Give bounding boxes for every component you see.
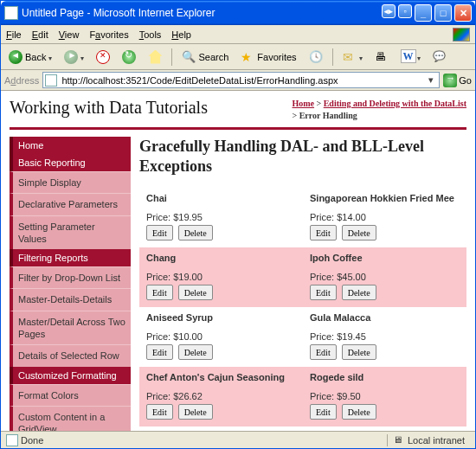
breadcrumb-current: Error Handling (299, 111, 357, 120)
delete-button[interactable]: Delete (178, 344, 213, 360)
window-buttons: ◂▸ ▫ _ □ ✕ (382, 4, 472, 22)
title-bar: Untitled Page - Microsoft Internet Explo… (1, 1, 475, 25)
star-icon (241, 50, 254, 64)
search-button[interactable]: Search (177, 48, 233, 67)
edit-button[interactable] (396, 48, 425, 67)
delete-button[interactable]: Delete (178, 404, 213, 420)
delete-button[interactable]: Delete (342, 344, 376, 360)
favorites-button[interactable]: Favorites (236, 48, 300, 67)
edit-button[interactable]: Edit (146, 225, 173, 241)
sidebar-item[interactable]: Setting Parameter Values (10, 215, 131, 250)
menu-help[interactable]: Help (171, 29, 191, 40)
history-button[interactable] (305, 48, 327, 67)
sidebar-item[interactable]: Master-Details-Details (10, 288, 131, 310)
edit-button[interactable]: Edit (310, 404, 337, 420)
minimize-button[interactable]: _ (415, 4, 432, 22)
window-title: Untitled Page - Microsoft Internet Explo… (22, 7, 382, 19)
ie-page-icon (4, 6, 18, 20)
discuss-button[interactable] (428, 48, 451, 67)
aux-button-2[interactable]: ▫ (398, 4, 412, 18)
edit-button[interactable]: Edit (146, 344, 173, 360)
menu-edit[interactable]: Edit (32, 29, 48, 40)
sidebar-header[interactable]: Basic Reporting (10, 154, 131, 171)
breadcrumb-home[interactable]: Home (293, 99, 315, 108)
print-icon (375, 50, 389, 64)
edit-button[interactable]: Edit (310, 225, 337, 241)
sidebar-item[interactable]: Filter by Drop-Down List (10, 266, 131, 288)
menu-bar: File Edit View Favorites Tools Help (1, 25, 475, 44)
product-price: Price: $26.62 (146, 391, 296, 401)
aux-button-1[interactable]: ◂▸ (382, 4, 396, 18)
product-cell: Rogede sildPrice: $9.50EditDelete (303, 367, 466, 427)
edit-button[interactable]: Edit (310, 285, 337, 300)
menu-view[interactable]: View (59, 29, 80, 40)
delete-button[interactable]: Delete (178, 285, 213, 300)
mail-button[interactable] (338, 48, 367, 67)
edit-button[interactable]: Edit (310, 344, 337, 360)
page-icon (45, 74, 57, 87)
sidebar-item[interactable]: Simple Display (10, 171, 131, 193)
product-price: Price: $19.00 (146, 272, 296, 282)
sidebar-item[interactable]: Declarative Parameters (10, 193, 131, 215)
menu-file[interactable]: File (6, 29, 22, 40)
done-icon (6, 434, 18, 446)
print-button[interactable] (370, 48, 393, 67)
zone-icon (393, 434, 405, 446)
product-price: Price: $9.50 (310, 391, 460, 401)
mail-icon (343, 50, 357, 64)
address-input[interactable] (60, 74, 425, 87)
product-name: Chang (146, 253, 296, 263)
address-field[interactable]: ▾ (42, 72, 440, 88)
sidebar-header[interactable]: Home (10, 137, 131, 154)
product-cell: Gula MalaccaPrice: $19.45EditDelete (303, 307, 466, 367)
header-divider (10, 127, 466, 130)
search-icon (182, 50, 196, 64)
delete-button[interactable]: Delete (342, 285, 376, 300)
go-button[interactable]: Go (443, 74, 472, 87)
product-price: Price: $14.00 (310, 212, 460, 222)
address-dropdown[interactable]: ▾ (425, 74, 437, 86)
product-price: Price: $19.95 (146, 212, 296, 222)
breadcrumb: Home > Editing and Deleting with the Dat… (293, 98, 466, 122)
status-left: Done (21, 435, 43, 446)
forward-button[interactable] (60, 48, 88, 67)
delete-button[interactable]: Delete (342, 404, 376, 420)
ie-logo-icon (453, 28, 470, 42)
product-name: Gula Malacca (310, 312, 460, 323)
page-title: Gracefully Handling DAL- and BLL-Level E… (139, 137, 466, 176)
status-zone: Local intranet (408, 435, 465, 446)
delete-button[interactable]: Delete (178, 225, 213, 241)
edit-button[interactable]: Edit (146, 285, 173, 300)
sidebar-item[interactable]: Master/Detail Across Two Pages (10, 311, 131, 345)
delete-button[interactable]: Delete (342, 225, 376, 241)
product-price: Price: $19.45 (310, 331, 460, 342)
product-cell: Chef Anton's Gumbo MixPrice: $21.35EditD… (139, 427, 303, 431)
viewport[interactable]: Working with Data Tutorials Home > Editi… (1, 91, 475, 431)
menu-tools[interactable]: Tools (139, 29, 162, 40)
back-button[interactable]: Back (4, 48, 56, 67)
refresh-button[interactable] (118, 48, 140, 67)
forward-icon (64, 50, 78, 64)
product-name: Rogede sild (310, 372, 460, 382)
toolbar: Back Search Favorites (1, 44, 475, 70)
home-button[interactable] (144, 48, 166, 67)
stop-icon (96, 50, 110, 64)
sidebar-header[interactable]: Customized Formatting (10, 367, 131, 384)
product-cell: ChaiPrice: $19.95EditDelete (139, 188, 303, 247)
ie-window: Untitled Page - Microsoft Internet Explo… (0, 0, 476, 449)
stop-button[interactable] (92, 48, 114, 67)
menu-favorites[interactable]: Favorites (89, 29, 128, 40)
site-title: Working with Data Tutorials (10, 98, 208, 118)
sidebar-header[interactable]: Filtering Reports (10, 249, 131, 266)
edit-icon (401, 50, 415, 64)
close-button[interactable]: ✕ (454, 4, 472, 22)
product-price: Price: $45.00 (310, 272, 460, 282)
sidebar-item[interactable]: Format Colors (10, 384, 131, 406)
sidebar-item[interactable]: Custom Content in a GridView (10, 406, 131, 431)
go-icon (443, 74, 457, 87)
sidebar: HomeBasic ReportingSimple DisplayDeclara… (10, 137, 131, 431)
breadcrumb-section[interactable]: Editing and Deleting with the DataList (324, 99, 466, 108)
maximize-button[interactable]: □ (434, 4, 452, 22)
sidebar-item[interactable]: Details of Selected Row (10, 344, 131, 366)
edit-button[interactable]: Edit (146, 404, 173, 420)
